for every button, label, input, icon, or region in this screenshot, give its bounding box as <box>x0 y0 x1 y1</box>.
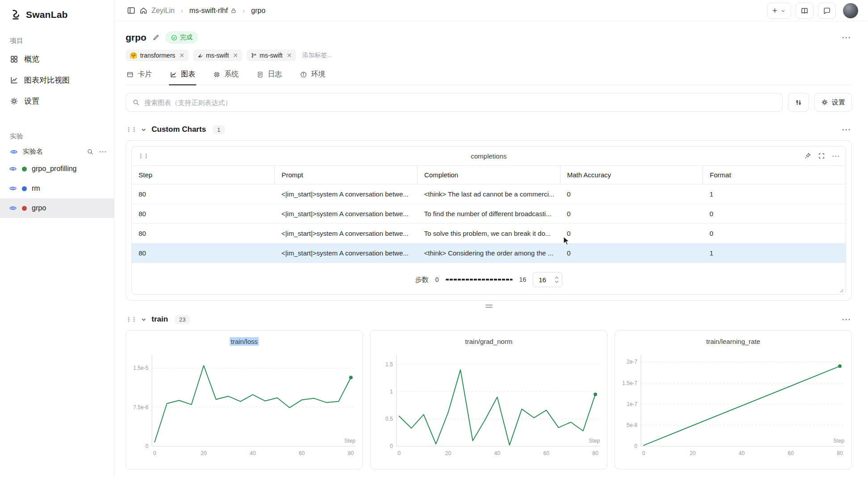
chart-search[interactable] <box>126 93 783 112</box>
svg-text:1.5e-5: 1.5e-5 <box>133 365 148 371</box>
column-header-step[interactable]: Step <box>132 166 274 184</box>
step-value-input[interactable] <box>539 276 553 284</box>
train-loss-line-chart[interactable]: 07.5e-61.5e-5020406080Step <box>126 349 362 461</box>
swanlab-logo[interactable]: SwanLab <box>9 9 107 21</box>
table-row-highlighted[interactable]: 80 <|im_start|>system A conversation bet… <box>132 243 846 263</box>
sliders-icon <box>795 99 802 106</box>
resize-corner-icon[interactable] <box>839 288 843 293</box>
edit-icon[interactable] <box>152 34 160 41</box>
tab-system[interactable]: 系统 <box>212 69 240 85</box>
tab-environment[interactable]: 环境 <box>299 69 326 85</box>
train-learning-rate-line-chart[interactable]: 05e-81e-71.5e-72e-7020406080Step <box>615 349 851 461</box>
panel-more-icon[interactable]: ⋯ <box>832 151 840 161</box>
train-grad-norm-line-chart[interactable]: 00.511.5020406080Step <box>371 349 607 461</box>
sidebar-item-chart-compare[interactable]: 图表对比视图 <box>9 70 107 91</box>
feedback-button[interactable] <box>818 3 836 19</box>
number-stepper[interactable] <box>555 276 559 283</box>
steps-label: 步数 <box>415 276 429 284</box>
eye-icon[interactable] <box>9 184 17 192</box>
section-title: Custom Charts <box>152 125 206 134</box>
cell-completion: <think> Considering the order among the … <box>417 243 560 263</box>
sidebar-item-label: 概览 <box>24 54 39 64</box>
steps-slider[interactable] <box>446 279 513 280</box>
completions-panel: ⋮⋮ completions ⋯ <box>131 146 846 295</box>
svg-text:20: 20 <box>690 450 696 456</box>
create-button[interactable]: + <box>767 3 791 19</box>
remove-tag-icon[interactable]: ✕ <box>287 52 292 59</box>
experiments-more-icon[interactable]: ⋯ <box>99 147 107 156</box>
sidebar-toggle-icon[interactable] <box>127 6 135 15</box>
drag-handle-icon[interactable]: ⋮⋮ <box>138 152 148 159</box>
tag-ms-swift-2[interactable]: ms-swift ✕ <box>247 50 296 61</box>
svg-text:80: 80 <box>592 450 598 456</box>
stepper-down-icon <box>555 280 559 283</box>
chevron-down-icon <box>780 8 786 13</box>
run-page: grpo 完成 ⋯ 🤗 transformers ✕ <box>114 21 868 477</box>
tag-ms-swift-1[interactable]: ms-swift ✕ <box>193 50 242 61</box>
chart-card-train-loss[interactable]: train/loss 07.5e-61.5e-5020406080Step <box>126 330 363 469</box>
main-area: ZeyiLin › ms-swift-rlhf › grpo + <box>114 0 868 477</box>
sidebar-item-settings[interactable]: 设置 <box>9 91 107 112</box>
remove-tag-icon[interactable]: ✕ <box>233 52 238 59</box>
experiment-search-icon[interactable] <box>87 148 94 155</box>
sidebar-item-overview[interactable]: 概览 <box>9 49 107 70</box>
breadcrumb-run[interactable]: grpo <box>251 7 265 15</box>
svg-text:0: 0 <box>398 450 401 456</box>
sidebar-item-label: 图表对比视图 <box>24 75 70 85</box>
chart-card-train-grad-norm[interactable]: train/grad_norm 00.511.5020406080Step <box>370 330 607 469</box>
svg-text:60: 60 <box>544 450 550 456</box>
eye-icon[interactable] <box>9 165 17 173</box>
svg-text:40: 40 <box>739 450 745 456</box>
run-more-icon[interactable]: ⋯ <box>842 32 852 43</box>
fullscreen-icon[interactable] <box>818 152 825 159</box>
drag-handle-icon[interactable]: ⋮⋮ <box>126 316 136 323</box>
layout-adjust-button[interactable] <box>788 93 809 112</box>
tab-cards[interactable]: 卡片 <box>126 69 153 85</box>
chart-settings-button[interactable]: 设置 <box>814 93 852 112</box>
table-row[interactable]: 80 <|im_start|>system A conversation bet… <box>132 204 846 224</box>
eye-icon[interactable] <box>9 204 17 212</box>
sidebar-item-label: 设置 <box>24 96 39 106</box>
pin-icon[interactable] <box>804 152 811 159</box>
tab-logs[interactable]: 日志 <box>256 69 283 85</box>
book-icon <box>801 7 809 15</box>
table-row[interactable]: 80 <|im_start|>system A conversation bet… <box>132 224 846 243</box>
section-more-icon[interactable]: ⋯ <box>842 124 852 135</box>
completions-table: Step Prompt Completion Math Accuracy For… <box>132 165 846 263</box>
section-more-icon[interactable]: ⋯ <box>842 314 852 325</box>
tag-transformers[interactable]: 🤗 transformers ✕ <box>126 50 189 61</box>
step-number-input[interactable] <box>533 272 562 287</box>
docs-button[interactable] <box>796 3 813 19</box>
chart-search-input[interactable] <box>144 99 776 106</box>
cell-step: 80 <box>132 243 274 263</box>
experiment-item-rm[interactable]: rm <box>0 179 114 198</box>
eye-icon[interactable] <box>10 148 18 156</box>
collapse-chevron-icon[interactable] <box>140 126 147 133</box>
line-chart-icon <box>170 71 177 78</box>
tab-charts[interactable]: 图表 <box>169 69 196 85</box>
table-row[interactable]: 80 <|im_start|>system A conversation bet… <box>132 184 846 204</box>
custom-charts-card: ⋮⋮ completions ⋯ <box>126 140 852 301</box>
chart-card-train-learning-rate[interactable]: train/learning_rate 05e-81e-71.5e-72e-70… <box>615 330 852 469</box>
add-tag-button[interactable]: 添加标签... <box>302 51 333 59</box>
experiment-item-grpo-profilling[interactable]: grpo_profilling <box>0 159 114 179</box>
column-header-completion[interactable]: Completion <box>417 166 560 184</box>
column-header-prompt[interactable]: Prompt <box>274 166 417 184</box>
collapse-chevron-icon[interactable] <box>140 316 147 323</box>
experiments-section-label: 实验 <box>10 132 107 141</box>
column-header-format[interactable]: Format <box>703 166 846 184</box>
breadcrumb-project[interactable]: ms-swift-rlhf <box>190 7 236 15</box>
cell-format: 1 <box>703 243 846 263</box>
svg-text:0: 0 <box>634 443 637 449</box>
section-count-badge: 23 <box>175 315 190 324</box>
breadcrumb-user[interactable]: ZeyiLin <box>152 7 175 15</box>
remove-tag-icon[interactable]: ✕ <box>179 52 185 59</box>
column-header-math-accuracy[interactable]: Math Accuracy <box>560 166 703 184</box>
drag-handle-icon[interactable]: ⋮⋮ <box>126 126 136 133</box>
section-resize-handle[interactable] <box>485 305 493 308</box>
train-section-header: ⋮⋮ train 23 ⋯ <box>126 314 852 325</box>
home-icon[interactable] <box>139 7 147 15</box>
chart-title: train/grad_norm <box>371 338 607 345</box>
user-avatar[interactable] <box>843 3 858 18</box>
experiment-item-grpo[interactable]: grpo <box>0 198 114 218</box>
